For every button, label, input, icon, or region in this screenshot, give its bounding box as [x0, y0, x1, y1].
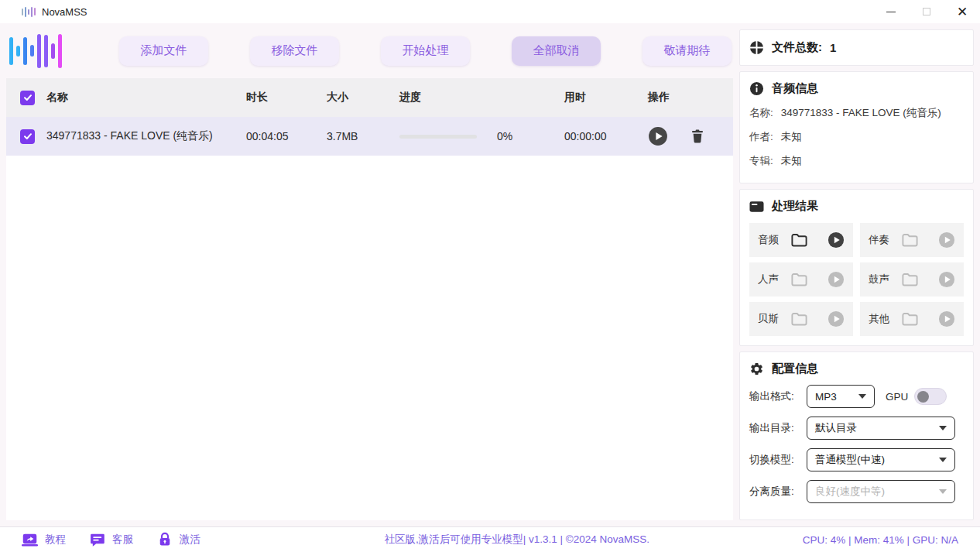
gpu-group: GPU — [886, 388, 947, 405]
result-item-audio: 音频 — [749, 223, 853, 257]
cell-name: 349771833 - FAKE LOVE (纯音乐) — [46, 129, 246, 143]
support-link[interactable]: 客服 — [89, 532, 133, 548]
maximize-icon — [923, 8, 930, 15]
model-label: 切换模型: — [749, 453, 807, 467]
result-item-label: 其他 — [869, 312, 889, 326]
play-circle-icon — [648, 126, 668, 146]
support-label: 客服 — [112, 533, 133, 547]
toggle-knob-icon — [917, 391, 929, 403]
audio-album-value: 未知 — [781, 154, 802, 168]
minimize-icon — [886, 12, 896, 12]
remove-files-button[interactable]: 移除文件 — [250, 36, 339, 66]
statusbar: 教程 客服 激活 社区版,激活后可使用专业模型| v1.3.1 | ©2024 … — [0, 526, 980, 552]
audio-info-name-row: 名称: 349771833 - FAKE LOVE (纯音乐) — [749, 106, 964, 120]
statusbar-version-text: 社区版,激活后可使用专业模型| v1.3.1 | ©2024 NovaMSS. — [200, 533, 803, 547]
quality-label: 分离质量: — [749, 485, 807, 499]
add-files-button[interactable]: 添加文件 — [119, 36, 208, 66]
coming-soon-button[interactable]: 敬请期待 — [642, 36, 732, 66]
output-dir-select[interactable]: 默认目录 — [807, 417, 955, 440]
result-item-label: 音频 — [758, 233, 779, 247]
config-title: 配置信息 — [772, 362, 818, 376]
audio-info-album-row: 专辑: 未知 — [749, 154, 964, 168]
folder-icon — [900, 310, 919, 328]
model-value: 普通模型(中速) — [815, 453, 885, 467]
header-elapsed: 用时 — [564, 91, 642, 105]
toolbar: 添加文件 移除文件 开始处理 全部取消 敬请期待 — [6, 29, 733, 72]
audio-album-label: 专辑: — [749, 154, 773, 168]
model-select[interactable]: 普通模型(中速) — [807, 448, 955, 471]
start-processing-button[interactable]: 开始处理 — [381, 36, 470, 66]
maximize-button[interactable] — [909, 0, 944, 23]
close-icon: ✕ — [957, 5, 968, 19]
cell-duration: 00:04:05 — [246, 130, 327, 142]
check-icon — [23, 132, 33, 141]
progress-label: 0% — [497, 130, 512, 142]
output-format-label: 输出格式: — [749, 389, 807, 403]
cancel-all-button[interactable]: 全部取消 — [512, 36, 601, 66]
tutorial-link[interactable]: 教程 — [22, 532, 66, 548]
quality-value: 良好(速度中等) — [815, 485, 885, 499]
statusbar-resources-text: CPU: 4% | Mem: 41% | GPU: N/A — [803, 534, 958, 546]
play-circle-icon — [938, 310, 955, 327]
folder-icon[interactable] — [790, 231, 808, 249]
play-button[interactable] — [648, 126, 668, 146]
minimize-button[interactable] — [873, 0, 909, 23]
play-circle-icon — [828, 271, 845, 288]
output-format-value: MP3 — [815, 391, 837, 403]
row-checkbox[interactable] — [20, 129, 35, 144]
output-dir-row: 输出目录: 默认目录 — [749, 417, 964, 440]
output-format-select[interactable]: MP3 — [807, 385, 875, 408]
gpu-label: GPU — [886, 391, 908, 403]
results-title: 处理结果 — [772, 199, 818, 214]
header-actions: 操作 — [642, 91, 733, 105]
audio-info-card: 音频信息 名称: 349771833 - FAKE LOVE (纯音乐) 作者:… — [739, 71, 974, 183]
check-icon — [23, 93, 33, 102]
main-content: 添加文件 移除文件 开始处理 全部取消 敬请期待 名称 时长 大小 — [0, 23, 980, 526]
cell-actions — [642, 126, 733, 146]
delete-button[interactable] — [690, 129, 705, 144]
result-item-label: 贝斯 — [758, 312, 779, 326]
titlebar-left: NovaMSS — [0, 5, 87, 18]
header-duration: 时长 — [246, 91, 327, 105]
card-icon — [749, 201, 764, 213]
activate-link[interactable]: 激活 — [156, 532, 200, 548]
chevron-down-icon — [858, 394, 866, 399]
audio-info-title: 音频信息 — [772, 81, 818, 96]
chevron-down-icon — [939, 458, 947, 462]
header-name: 名称 — [46, 91, 246, 105]
folder-icon — [900, 270, 919, 289]
activate-label: 激活 — [180, 533, 200, 547]
table-row[interactable]: 349771833 - FAKE LOVE (纯音乐) 00:04:05 3.7… — [6, 117, 733, 156]
file-total-value: 1 — [830, 41, 836, 54]
header-progress: 进度 — [399, 91, 564, 105]
results-card: 处理结果 音频 伴奏 人声 — [739, 189, 974, 346]
progress-bar — [399, 135, 477, 139]
window-title: NovaMSS — [42, 6, 87, 18]
audio-artist-value: 未知 — [781, 130, 802, 144]
chevron-down-icon — [939, 426, 947, 430]
chat-icon — [89, 532, 105, 548]
chevron-down-icon — [939, 489, 947, 494]
gpu-toggle[interactable] — [914, 388, 947, 405]
statusbar-links: 教程 客服 激活 — [22, 532, 200, 548]
header-size: 大小 — [327, 91, 399, 105]
info-circle-icon — [749, 81, 764, 96]
quality-select: 良好(速度中等) — [807, 480, 955, 503]
pie-chart-icon — [749, 40, 764, 55]
play-circle-icon — [828, 310, 845, 327]
output-dir-label: 输出目录: — [749, 421, 807, 435]
audio-name-label: 名称: — [749, 106, 773, 120]
screen-share-icon — [22, 532, 38, 548]
model-row: 切换模型: 普通模型(中速) — [749, 448, 964, 471]
table-header-row: 名称 时长 大小 进度 用时 操作 — [6, 78, 733, 117]
select-all-checkbox[interactable] — [20, 91, 35, 105]
play-circle-icon[interactable] — [828, 231, 845, 249]
app-window: NovaMSS ✕ 添加文件 移除文件 开始处理 全部取消 敬请期待 — [0, 0, 980, 552]
gear-icon — [749, 362, 764, 376]
close-button[interactable]: ✕ — [944, 0, 980, 23]
header-checkbox-cell — [6, 91, 46, 105]
output-format-row: 输出格式: MP3 GPU — [749, 385, 964, 408]
trash-icon — [690, 129, 705, 144]
file-table: 名称 时长 大小 进度 用时 操作 349771833 - FAKE LOVE … — [6, 78, 733, 520]
result-item-other: 其他 — [860, 302, 964, 336]
